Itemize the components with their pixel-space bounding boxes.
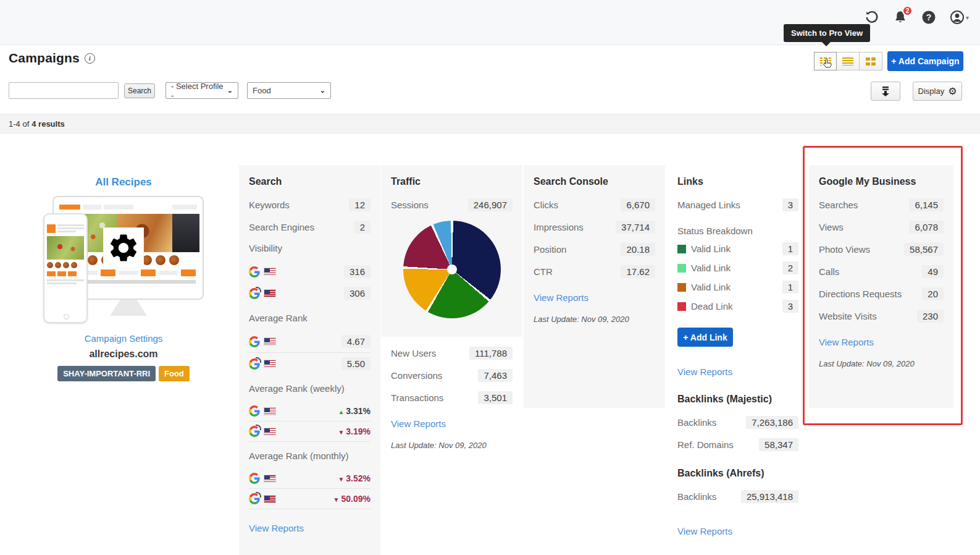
campaign-name-link[interactable]: All Recipes	[37, 176, 210, 189]
metric-label: Sessions	[391, 200, 429, 210]
traffic-column: Traffic Sessions 246,907 New Users 111,7…	[381, 165, 522, 459]
help-icon[interactable]: ?	[921, 10, 936, 25]
status-color-square	[677, 245, 686, 253]
view-reports-link[interactable]: View Reports	[677, 366, 732, 377]
traffic-pie-chart[interactable]	[403, 221, 501, 318]
metric-label: Directions Requests	[819, 289, 902, 299]
status-row: Valid Link 2	[677, 261, 798, 274]
metric-row: Search Engines 2	[249, 219, 371, 234]
arrow-down-icon: ▼	[333, 496, 340, 503]
search-input[interactable]	[9, 82, 119, 99]
display-settings-button[interactable]: Display ⚙	[913, 82, 962, 101]
campaign-card: All Recipes	[37, 176, 210, 381]
engine-metric-row: 316	[249, 261, 371, 282]
profile-select[interactable]: - Select Profile - ⌄	[165, 82, 238, 99]
chevron-down-icon: ⌄	[227, 87, 233, 95]
metric-value: 306	[344, 287, 371, 300]
view-reports-link[interactable]: View Reports	[677, 526, 732, 536]
traffic-column-title: Traffic	[391, 176, 513, 187]
average-rank-weekly-title: Average Rank (weekly)	[249, 383, 371, 394]
search-button[interactable]: Search	[124, 83, 155, 98]
links-column: Links Managed Links 3 Status Breakdown V…	[677, 165, 798, 548]
results-count-bold: 4 results	[31, 119, 64, 129]
metric-label: Searches	[819, 200, 858, 210]
metric-label: Conversions	[391, 370, 442, 381]
engine-metric-row: ▼3.19%	[249, 422, 371, 442]
google-desktop-icon	[249, 405, 260, 417]
account-menu[interactable]: ▾	[950, 10, 969, 25]
metric-label: Photo Views	[819, 244, 870, 255]
status-label: Valid Link	[691, 244, 731, 254]
status-label: Valid Link	[691, 282, 731, 292]
metric-row: Backlinks 7,263,186	[677, 415, 798, 430]
tag-select-value: Food	[253, 86, 271, 95]
metric-value: 5.50	[341, 357, 371, 370]
metric-label: Website Visits	[819, 311, 877, 321]
view-reports-link[interactable]: View Reports	[534, 292, 588, 303]
engine-metric-row: 306	[249, 282, 371, 304]
notifications-bell-icon[interactable]: 2	[893, 10, 908, 25]
metric-label: Backlinks	[677, 417, 716, 428]
metric-value: 230	[917, 310, 944, 323]
avatar-icon	[950, 10, 965, 25]
delta-down-value: ▼3.52%	[338, 473, 371, 483]
delta-up-value: ▲3.31%	[338, 406, 371, 416]
search-column-title: Search	[249, 176, 371, 187]
metric-row: Calls 49	[819, 264, 944, 279]
search-console-column: Search Console Clicks 6,670 Impressions …	[524, 165, 665, 408]
history-refresh-icon[interactable]	[865, 10, 879, 25]
google-desktop-icon	[249, 266, 260, 278]
backlinks-majestic-title: Backlinks (Majestic)	[677, 394, 798, 405]
metric-value: 3	[782, 198, 798, 211]
campaign-tag[interactable]: SHAY-IMPORTANT-RRI	[57, 366, 156, 381]
add-link-button[interactable]: + Add Link	[677, 328, 733, 347]
metric-value: 111,788	[469, 347, 513, 360]
metric-label: Views	[819, 222, 844, 232]
us-flag-icon	[264, 407, 276, 415]
view-reports-link[interactable]: View Reports	[249, 523, 304, 533]
metric-row: Ref. Domains 58,347	[677, 437, 798, 452]
metric-row: Transactions 3,501	[391, 390, 513, 405]
page-title-text: Campaigns	[9, 51, 80, 66]
campaign-preview-image[interactable]	[43, 196, 204, 327]
metric-row: Managed Links 3	[677, 197, 798, 212]
metric-row: Website Visits 230	[819, 308, 944, 323]
gear-icon: ⚙	[948, 85, 957, 97]
grid-view-button[interactable]	[860, 52, 882, 70]
us-flag-icon	[264, 495, 276, 503]
info-icon[interactable]: i	[85, 53, 95, 64]
notification-count-badge: 2	[902, 6, 913, 16]
metric-row: Clicks 6,670	[534, 197, 655, 212]
metric-value: 37,714	[616, 221, 655, 234]
search-console-title: Search Console	[534, 176, 655, 187]
average-rank-monthly-title: Average Rank (monthly)	[249, 451, 371, 461]
google-desktop-icon	[249, 473, 260, 484]
export-button[interactable]	[871, 82, 900, 101]
campaign-settings-gear-icon[interactable]	[104, 228, 143, 268]
view-reports-link[interactable]: View Reports	[819, 337, 874, 347]
tag-select[interactable]: Food ⌄	[247, 82, 331, 99]
list-view-button[interactable]	[837, 52, 860, 70]
svg-text:?: ?	[926, 12, 932, 22]
google-mobile-icon	[249, 288, 260, 299]
engine-metric-row: ▼50.09%	[249, 489, 371, 509]
add-campaign-button[interactable]: + Add Campaign	[887, 51, 963, 71]
metric-value: 49	[922, 265, 944, 278]
metric-value: 25,913,418	[741, 490, 798, 503]
monitor-stand	[110, 300, 147, 316]
metric-row: Backlinks 25,913,418	[677, 489, 798, 504]
gmb-column-title: Google My Business	[819, 176, 944, 187]
last-update-text: Last Update: Nov 09, 2020	[819, 359, 944, 368]
campaign-tag[interactable]: Food	[159, 366, 190, 381]
view-reports-link[interactable]: View Reports	[391, 418, 446, 429]
average-rank-title: Average Rank	[249, 313, 371, 323]
campaign-domain: allrecipes.com	[37, 349, 210, 360]
results-count-bar: 1-4 of 4 results	[0, 114, 980, 133]
metric-label: Keywords	[249, 200, 290, 210]
metric-value: 20.18	[621, 243, 655, 256]
last-update-text: Last Update: Nov 09, 2020	[391, 441, 513, 450]
campaign-settings-link[interactable]: Campaign Settings	[37, 333, 210, 344]
metric-value: 6,078	[909, 221, 944, 234]
metric-value: 12	[349, 198, 371, 211]
metric-value: 2	[782, 261, 798, 274]
